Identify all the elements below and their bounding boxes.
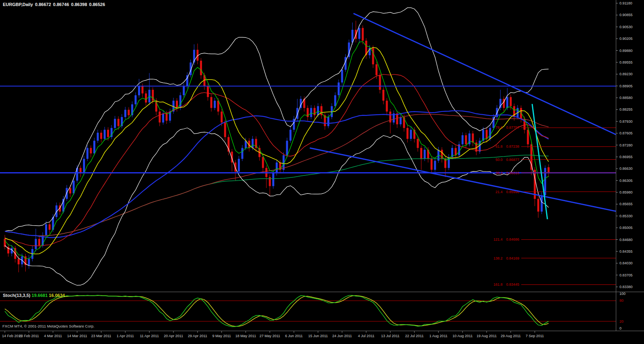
bear-candle[interactable] [372, 48, 374, 64]
bear-candle[interactable] [100, 133, 102, 139]
bear-candle[interactable] [420, 148, 422, 159]
bear-candle[interactable] [107, 130, 109, 137]
bear-candle[interactable] [530, 144, 533, 170]
bear-candle[interactable] [159, 111, 161, 122]
bull-candle[interactable] [242, 148, 244, 159]
bull-candle[interactable] [214, 101, 216, 108]
bull-candle[interactable] [500, 99, 502, 108]
bull-candle[interactable] [238, 159, 240, 172]
stoch-main-line[interactable] [5, 295, 549, 327]
price-axis-label: 0.89230 [619, 72, 633, 76]
bull-candle[interactable] [104, 130, 106, 139]
bull-candle[interactable] [134, 95, 136, 105]
bear-candle[interactable] [145, 93, 147, 103]
bull-candle[interactable] [506, 97, 508, 108]
bear-candle[interactable] [224, 123, 226, 137]
bear-candle[interactable] [262, 157, 264, 168]
bull-candle[interactable] [462, 135, 464, 144]
bull-candle[interactable] [410, 130, 412, 139]
bear-candle[interactable] [142, 86, 144, 93]
bull-candle[interactable] [45, 225, 47, 235]
bear-candle[interactable] [465, 135, 467, 144]
bear-candle[interactable] [234, 163, 236, 172]
bull-candle[interactable] [341, 70, 343, 82]
bull-candle[interactable] [183, 86, 185, 95]
bull-candle[interactable] [541, 195, 543, 212]
price-axis-label: 0.85655 [619, 202, 633, 206]
bear-candle[interactable] [407, 128, 409, 139]
bull-candle[interactable] [424, 150, 426, 159]
bear-candle[interactable] [510, 97, 512, 106]
bull-candle[interactable] [310, 108, 312, 117]
stochastic-panel[interactable]: 80201000 [0, 292, 644, 331]
bear-candle[interactable] [165, 113, 167, 121]
bull-candle[interactable] [272, 173, 274, 186]
bear-candle[interactable] [431, 159, 433, 170]
bear-candle[interactable] [69, 188, 71, 194]
bear-candle[interactable] [455, 148, 457, 155]
bear-candle[interactable] [90, 148, 92, 154]
bull-candle[interactable] [66, 188, 68, 199]
bear-candle[interactable] [207, 86, 209, 97]
bull-candle[interactable] [97, 133, 99, 141]
bull-candle[interactable] [162, 113, 164, 123]
bull-candle[interactable] [180, 95, 182, 108]
bear-candle[interactable] [211, 97, 213, 108]
trendline-object[interactable] [310, 148, 616, 211]
bull-candle[interactable] [124, 110, 126, 117]
stoch-signal-line[interactable] [5, 296, 549, 327]
bear-candle[interactable] [118, 119, 120, 126]
bear-candle[interactable] [537, 199, 539, 212]
bull-candle[interactable] [434, 161, 436, 170]
bear-candle[interactable] [486, 130, 488, 139]
bull-candle[interactable] [334, 95, 336, 106]
bear-candle[interactable] [376, 64, 378, 75]
bull-candle[interactable] [338, 82, 340, 95]
ma-5-line[interactable] [5, 41, 549, 259]
bear-candle[interactable] [221, 111, 223, 122]
bear-candle[interactable] [547, 167, 549, 173]
bull-candle[interactable] [489, 128, 491, 139]
bull-candle[interactable] [358, 28, 360, 39]
ma-10-line[interactable] [5, 47, 549, 254]
bull-candle[interactable] [28, 259, 30, 265]
bear-candle[interactable] [389, 111, 391, 122]
bull-candle[interactable] [138, 86, 140, 95]
bear-candle[interactable] [176, 101, 178, 108]
bull-candle[interactable] [252, 139, 254, 148]
bear-candle[interactable] [382, 90, 384, 101]
bull-candle[interactable] [35, 239, 37, 249]
bear-candle[interactable] [18, 259, 20, 264]
time-axis[interactable]: 14 Feb 201123 Feb 20114 Mar 201114 Mar 2… [0, 331, 644, 344]
bull-candle[interactable] [114, 119, 116, 128]
bull-candle[interactable] [296, 108, 298, 119]
bull-candle[interactable] [276, 163, 278, 173]
bull-candle[interactable] [83, 159, 85, 173]
bear-candle[interactable] [49, 225, 51, 230]
bear-candle[interactable] [269, 177, 271, 186]
trendline-object[interactable] [532, 104, 547, 219]
bear-candle[interactable] [386, 101, 388, 111]
quote-open: 0.86672 [35, 2, 51, 7]
bull-candle[interactable] [400, 117, 402, 124]
bear-candle[interactable] [417, 139, 419, 148]
bull-candle[interactable] [544, 168, 546, 195]
bull-candle[interactable] [87, 148, 89, 159]
bear-candle[interactable] [128, 110, 130, 115]
bear-candle[interactable] [217, 101, 219, 111]
bull-candle[interactable] [93, 141, 95, 154]
bear-candle[interactable] [396, 113, 398, 124]
bull-candle[interactable] [286, 141, 288, 155]
bull-candle[interactable] [317, 106, 319, 115]
bear-candle[interactable] [314, 108, 316, 115]
bear-candle[interactable] [527, 130, 529, 144]
price-chart-panel[interactable]: 78.6 0.8775761.8 0.8723850.0 0.8687738.2… [0, 0, 644, 292]
bear-candle[interactable] [379, 75, 381, 90]
bear-candle[interactable] [362, 28, 364, 41]
bear-candle[interactable] [38, 239, 40, 245]
bear-candle[interactable] [472, 134, 474, 143]
price-axis-label: 0.84355 [619, 249, 633, 253]
bear-candle[interactable] [200, 61, 202, 75]
bull-candle[interactable] [289, 130, 291, 141]
bull-candle[interactable] [327, 117, 329, 126]
